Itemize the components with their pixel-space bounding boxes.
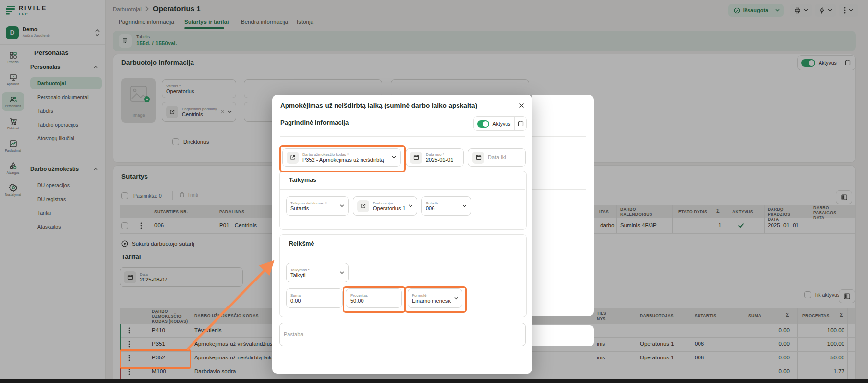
- sutartis-select[interactable]: Sutartis006: [421, 196, 471, 216]
- modal-title: Apmokėjimas už neišdirbtą laiką (suminė …: [280, 102, 510, 109]
- back-panel: [532, 95, 594, 316]
- chevron-down-icon[interactable]: [340, 271, 344, 274]
- calendar-icon[interactable]: [472, 152, 484, 164]
- calendar-icon[interactable]: [410, 152, 422, 164]
- bottom-window-edge: [0, 379, 868, 383]
- chevron-down-icon[interactable]: [454, 297, 458, 300]
- chevron-down-icon[interactable]: [409, 204, 413, 207]
- data-nuo-field[interactable]: Data nuo *2025-01-01: [406, 148, 464, 167]
- chevron-down-icon[interactable]: [462, 204, 467, 207]
- external-link-icon[interactable]: [357, 200, 369, 212]
- toggle-switch[interactable]: [477, 120, 489, 128]
- modal-section-main: Pagrindinė informacija: [280, 119, 349, 126]
- external-link-icon[interactable]: [287, 152, 299, 164]
- du-kodas-select[interactable]: Darbo užmokesčio kodas * P352 - Apmokėji…: [282, 148, 401, 167]
- tarifo-modal: Apmokėjimas už neišdirbtą laiką (suminė …: [272, 95, 532, 374]
- calendar-icon[interactable]: [515, 121, 526, 127]
- taikymas-section-title: Taikymas: [289, 177, 316, 183]
- procentas-input[interactable]: Procentas50.00: [346, 288, 402, 308]
- suma-input[interactable]: Suma0.00: [286, 288, 343, 308]
- modal-active-toggle[interactable]: Aktyvus: [473, 116, 527, 131]
- formule-select[interactable]: FormulėEinamo mėnesio vidur: [408, 288, 462, 308]
- taikymo-detalumas-select[interactable]: Taikymo detalumas *Sutartis: [286, 196, 349, 216]
- data-iki-field[interactable]: Data iki: [468, 148, 526, 167]
- chevron-down-icon[interactable]: [392, 156, 396, 159]
- darbuotojas-select[interactable]: DarbuotojasOperatorius 1: [353, 196, 417, 216]
- reiksme-section-title: Reikšmė: [289, 240, 314, 247]
- close-icon[interactable]: [516, 101, 526, 110]
- app-window: RIVILE ERP D Demo Aušra Juodienė Pradžia…: [0, 0, 868, 383]
- chevron-down-icon[interactable]: [340, 204, 344, 207]
- back-panel-lower: [532, 325, 594, 346]
- pastaba-input[interactable]: Pastaba: [279, 323, 526, 346]
- taikymas-select[interactable]: Taikymas *Taikyti: [286, 263, 349, 282]
